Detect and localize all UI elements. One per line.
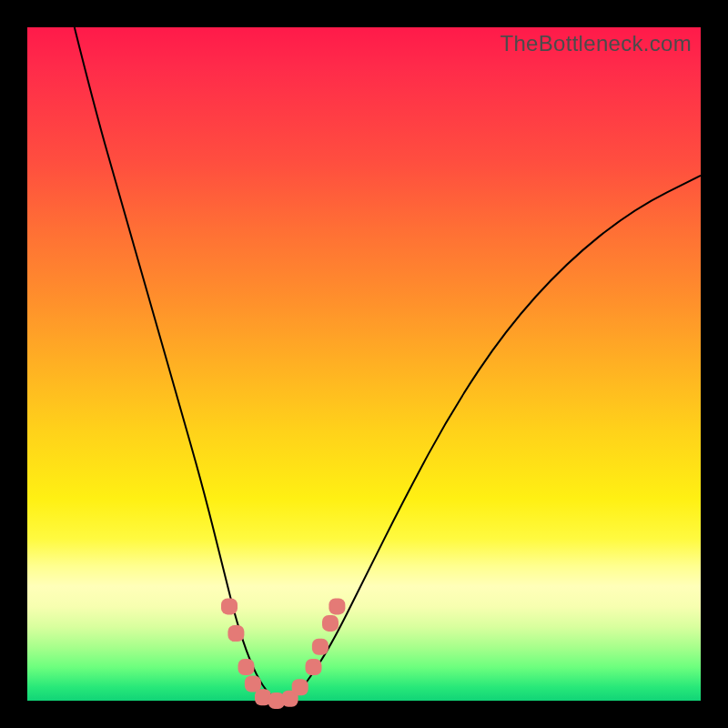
curve-marker [238,659,255,675]
marker-group [221,598,345,709]
curve-marker [322,615,339,632]
curve-path [75,27,701,701]
chart-plot-area: TheBottleneck.com [27,27,701,701]
bottleneck-curve [27,27,701,701]
curve-marker [306,659,322,675]
curve-marker [228,625,244,642]
curve-marker [245,676,261,693]
curve-marker [221,598,238,614]
curve-marker [329,598,345,614]
curve-marker [312,639,329,655]
curve-marker [292,679,308,695]
